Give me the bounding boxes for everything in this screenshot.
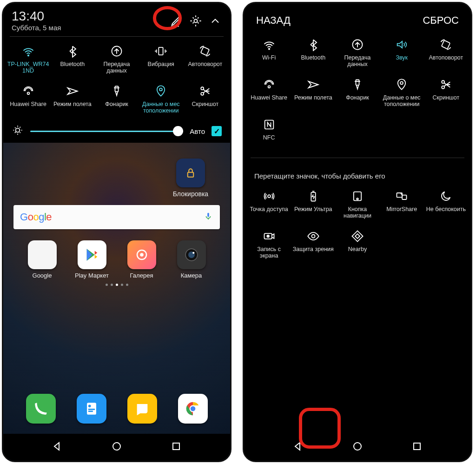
- nearby-icon: [350, 229, 364, 243]
- qs-toggle-mirror[interactable]: MirrorShare: [380, 186, 424, 225]
- brightness-row: Авто ✓: [3, 119, 230, 145]
- plane-icon: [66, 84, 79, 98]
- qs-label: Вибрация: [148, 61, 174, 75]
- qs-label: Режим полета: [294, 94, 332, 108]
- dock-app-2[interactable]: [127, 394, 157, 426]
- bluetooth-icon: [66, 44, 79, 58]
- dock-app-1[interactable]: [77, 394, 106, 426]
- qs-toggle-location[interactable]: Данные о мес тоположении: [380, 75, 424, 113]
- qs-toggle-hotspot[interactable]: Точка доступа: [247, 186, 291, 225]
- qs-label: Фонарик: [346, 94, 369, 108]
- mic-icon[interactable]: [203, 211, 213, 223]
- qs-label: MirrorShare: [386, 206, 417, 220]
- app-label: Камера: [171, 272, 212, 279]
- google-logo: Google: [20, 211, 52, 223]
- qs-label: Точка доступа: [250, 206, 288, 220]
- qs-toggle-navkey[interactable]: Кнопка навигации: [335, 186, 379, 225]
- qs-toggle-rotate[interactable]: Автоповорот: [183, 41, 227, 80]
- qs-toggle-moon[interactable]: Не беспокоить: [424, 186, 468, 225]
- qs-toggle-wifi[interactable]: Wi-Fi: [247, 35, 291, 73]
- nav-home-icon[interactable]: [352, 441, 363, 454]
- collapse-icon[interactable]: [209, 14, 222, 29]
- qs-label: Передача данных: [95, 61, 138, 75]
- nav-home-icon[interactable]: [111, 441, 122, 454]
- nav-back-icon[interactable]: [52, 441, 63, 454]
- mirror-icon: [395, 189, 409, 203]
- brightness-icon: [12, 124, 24, 138]
- qs-toggle-data[interactable]: Передача данных: [335, 35, 379, 73]
- nav-back-icon[interactable]: [292, 441, 304, 454]
- qs-toggle-nearby[interactable]: Nearby: [335, 226, 379, 265]
- google-search-bar[interactable]: Google: [13, 205, 220, 229]
- lock-screen-widget[interactable]: Блокировка: [165, 159, 216, 198]
- clock-date: Суббота, 5 мая: [12, 24, 61, 32]
- app-google[interactable]: Google: [21, 240, 63, 279]
- app-row: GooglePlay МаркетГалереяКамера: [3, 229, 230, 282]
- edit-icon[interactable]: [170, 14, 183, 29]
- qs-toggle-sound[interactable]: Звук: [380, 35, 424, 73]
- qs-toggle-plane[interactable]: Режим полета: [50, 81, 94, 119]
- share-icon: [21, 84, 35, 98]
- qs-toggle-bluetooth[interactable]: Bluetooth: [291, 35, 335, 73]
- qs-label: Nearby: [348, 246, 367, 260]
- nav-recent-icon[interactable]: [171, 441, 182, 454]
- qs-label: Bluetooth: [301, 54, 325, 68]
- qs-toggle-data[interactable]: Передача данных: [94, 41, 139, 80]
- qs-label: Передача данных: [336, 54, 378, 68]
- qs-label: Фонарик: [105, 101, 128, 115]
- svg-point-33: [88, 405, 91, 408]
- qs-toggle-scissors[interactable]: Скриншот: [183, 81, 227, 119]
- qs-label: Режим Ультра: [294, 206, 332, 220]
- qs-toggle-scissors[interactable]: Скриншот: [424, 75, 468, 113]
- phone-quick-settings: 13:40 Суббота, 5 мая TP-LINK_WR74 1NDBlu…: [2, 2, 231, 462]
- navkey-icon: [350, 189, 364, 203]
- qs-label: Скриншот: [192, 101, 219, 115]
- location-icon: [154, 84, 168, 98]
- drag-hint-label: Перетащите значок, чтобы добавить его: [244, 158, 471, 186]
- app-play-маркет[interactable]: Play Маркет: [71, 240, 113, 279]
- nav-recent-icon[interactable]: [411, 441, 423, 454]
- auto-brightness-checkbox[interactable]: ✓: [212, 126, 222, 136]
- gear-icon[interactable]: [189, 14, 202, 29]
- available-toggles-grid: Точка доступаРежим УльтраКнопка навигаци…: [244, 186, 471, 265]
- dock-app-3[interactable]: [178, 394, 208, 426]
- qs-toggle-record[interactable]: Запись с экрана: [247, 226, 291, 265]
- qs-label: Данные о мес тоположении: [140, 101, 182, 115]
- rotate-icon: [439, 38, 453, 52]
- quick-settings-grid: TP-LINK_WR74 1NDBluetoothПередача данных…: [3, 41, 230, 119]
- app-камера[interactable]: Камера: [171, 240, 212, 279]
- divider: [10, 36, 224, 37]
- qs-toggle-battery[interactable]: Режим Ультра: [291, 186, 335, 225]
- qs-label: Huawei Share: [251, 94, 287, 108]
- brightness-slider[interactable]: [30, 131, 183, 132]
- svg-rect-34: [88, 409, 94, 410]
- qs-toggle-vibrate[interactable]: Вибрация: [139, 41, 183, 80]
- qs-toggle-flash[interactable]: Фонарик: [335, 75, 379, 113]
- nav-bar: [3, 434, 230, 461]
- qs-toggle-rotate[interactable]: Автоповорот: [424, 35, 468, 73]
- qs-toggle-share[interactable]: Huawei Share: [6, 81, 50, 119]
- back-button[interactable]: НАЗАД: [256, 14, 291, 27]
- qs-label: Скриншот: [433, 94, 460, 108]
- dock-app-0[interactable]: [26, 394, 56, 426]
- qs-toggle-plane[interactable]: Режим полета: [291, 75, 335, 113]
- svg-point-28: [140, 253, 144, 257]
- app-label: Google: [21, 272, 63, 279]
- sound-icon: [395, 38, 409, 52]
- qs-toggle-share[interactable]: Huawei Share: [247, 75, 291, 113]
- wifi-icon: [262, 38, 276, 52]
- reset-button[interactable]: СБРОС: [423, 14, 459, 27]
- share-icon: [262, 78, 276, 92]
- app-label: Play Маркет: [71, 272, 113, 279]
- qs-toggle-location[interactable]: Данные о мес тоположении: [139, 81, 183, 119]
- qs-toggle-eye[interactable]: Защита зрения: [291, 226, 335, 265]
- data-icon: [110, 44, 124, 58]
- qs-toggle-wifi[interactable]: TP-LINK_WR74 1ND: [6, 41, 50, 80]
- qs-toggle-bluetooth[interactable]: Bluetooth: [50, 41, 94, 80]
- qs-toggle-nfc[interactable]: NFC: [247, 115, 291, 153]
- app-галерея[interactable]: Галерея: [121, 240, 163, 279]
- qs-toggle-flash[interactable]: Фонарик: [94, 81, 139, 119]
- record-icon: [262, 229, 276, 243]
- qs-label: Bluetooth: [60, 61, 85, 75]
- qs-label: Кнопка навигации: [336, 206, 378, 220]
